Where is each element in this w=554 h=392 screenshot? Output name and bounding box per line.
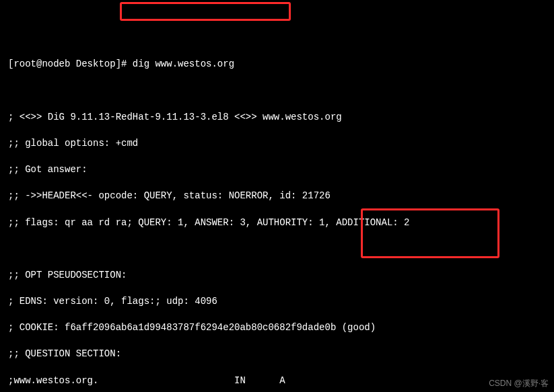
command-text: dig www.westos.org xyxy=(133,58,234,69)
highlight-command xyxy=(120,2,291,21)
opt-edns: ; EDNS: version: 0, flags:; udp: 4096 xyxy=(8,295,546,309)
prompt-prefix: [root@nodeb Desktop]# xyxy=(8,58,133,69)
dig-banner: ; <<>> DiG 9.11.13-RedHat-9.11.13-3.el8 … xyxy=(8,111,546,124)
got-answer: ;; Got answer: xyxy=(8,163,546,177)
opt-cookie: ; COOKIE: f6aff2096ab6a1d99483787f6294e2… xyxy=(8,321,546,335)
blank-line xyxy=(8,85,546,98)
global-options: ;; global options: +cmd xyxy=(8,137,546,151)
header-status: ;; ->>HEADER<<- opcode: QUERY, status: N… xyxy=(8,190,546,203)
question-title: ;; QUESTION SECTION: xyxy=(8,348,546,361)
prompt-line[interactable]: [root@nodeb Desktop]# dig www.westos.org xyxy=(8,58,546,71)
blank-line xyxy=(8,243,546,256)
question-row: ;www.westos.org. IN A xyxy=(8,375,546,388)
opt-title: ;; OPT PSEUDOSECTION: xyxy=(8,269,546,282)
flags-line: ;; flags: qr aa rd ra; QUERY: 1, ANSWER:… xyxy=(8,217,546,230)
watermark: CSDN @溪野·客 xyxy=(489,378,549,389)
